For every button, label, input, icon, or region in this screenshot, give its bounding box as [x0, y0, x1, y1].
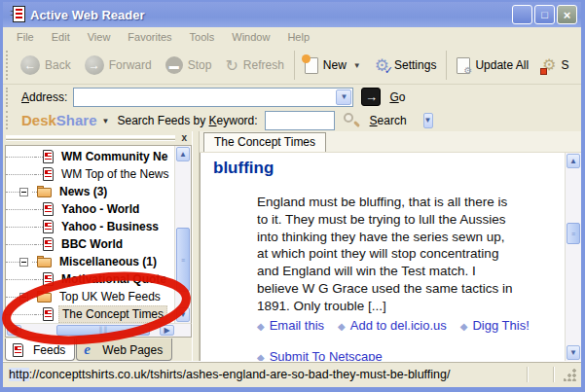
keyword-combobox[interactable]: ▼ [265, 111, 335, 130]
tree-item[interactable]: Yahoo - World [6, 200, 174, 218]
update-all-icon: ⚙ [457, 57, 470, 74]
stop-icon: ▬ [165, 56, 183, 74]
collapse-minus-icon[interactable] [19, 258, 28, 267]
app-icon: →→ [9, 6, 26, 23]
folder-icon [37, 186, 53, 197]
tree-item[interactable]: WM Community Ne [6, 148, 174, 165]
feed-icon [43, 150, 54, 163]
toolbar-grip[interactable] [6, 51, 11, 80]
menu-edit[interactable]: Edit [44, 29, 78, 45]
tree-horizontal-scrollbar[interactable]: ◀ ║║ ▶ [5, 323, 192, 338]
resize-grip[interactable] [564, 368, 577, 381]
tree-vertical-scrollbar[interactable]: ▲ ≡ ▼ [174, 146, 191, 323]
address-bar-grip[interactable] [6, 88, 11, 107]
address-combobox[interactable]: ▼ [73, 88, 353, 107]
tree-scroll-thumb[interactable]: ≡ [176, 228, 190, 292]
content-scroll-thumb[interactable]: ≡ [567, 223, 580, 244]
collapse-minus-icon[interactable] [19, 293, 28, 302]
menu-window[interactable]: Window [224, 29, 277, 45]
minimize-button[interactable]: _ [512, 5, 532, 24]
deskshare-dropdown-icon[interactable]: ▼ [102, 117, 110, 125]
menu-file[interactable]: File [9, 29, 42, 45]
title-bar: →→ Active Web Reader _ □ × [3, 2, 581, 27]
close-button[interactable]: × [557, 5, 577, 24]
schedule-gear-icon: ⚙ [542, 57, 556, 73]
scroll-down-icon[interactable]: ▼ [176, 307, 190, 322]
scroll-right-icon[interactable]: ▶ [160, 325, 174, 336]
article-link-submit-to-netscape[interactable]: ◆Submit To Netscape [257, 349, 383, 361]
address-dropdown-icon[interactable]: ▼ [336, 89, 351, 105]
address-label: Address: [21, 90, 67, 104]
feed-icon [43, 272, 54, 286]
ie-icon: e [84, 343, 97, 357]
status-url: http://concepttshirts.co.uk/tshirts/ashe… [9, 368, 490, 381]
settings-gear-icon: ⚙✓ [375, 57, 389, 74]
article-link-row: ◆Email this◆Add to del.icio.us◆Digg This… [257, 318, 555, 333]
sidebar-tabs: FeedseWeb Pages [3, 338, 192, 361]
article-view: bluffing England must be bluffing, that … [201, 153, 565, 361]
refresh-icon: ↻ [225, 56, 238, 75]
content-vertical-scrollbar[interactable]: ▲ ≡ ▼ [565, 153, 581, 361]
deskshare-bar-grip[interactable] [6, 111, 11, 128]
tree-item[interactable]: BBC World [6, 235, 174, 253]
update-all-button[interactable]: ⚙ Update All [450, 53, 535, 78]
content-tab-bar: The Concept Times [200, 131, 581, 153]
stop-button[interactable]: ▬ Stop [159, 53, 219, 78]
sidebar-tab-feeds[interactable]: Feeds [5, 339, 75, 361]
tree-hscroll-thumb[interactable]: ║║ [56, 325, 150, 336]
back-button[interactable]: ← Back [14, 52, 78, 79]
content-tab-concept-times[interactable]: The Concept Times [203, 132, 326, 152]
tree-item-label: WM Community Ne [58, 149, 170, 164]
settings-button[interactable]: ⚙✓ Settings [368, 53, 444, 78]
schedule-button[interactable]: ⚙ S [535, 53, 575, 77]
collapse-minus-icon[interactable] [19, 188, 28, 196]
menu-favorites[interactable]: Favorites [120, 29, 179, 45]
maximize-button[interactable]: □ [534, 5, 555, 24]
address-input[interactable] [74, 89, 335, 106]
tree-item-label: WM Top of the News [58, 166, 171, 182]
tree-item[interactable]: Miscellaneous (1) [6, 253, 174, 270]
search-magnifier-icon[interactable] [343, 112, 360, 129]
forward-button[interactable]: → Forward [78, 52, 159, 79]
article-link-row: ◆Submit To Netscape [257, 349, 555, 361]
app-window: →→ Active Web Reader _ □ × FileEditViewF… [0, 0, 585, 392]
folder-icon [37, 256, 53, 267]
new-dropdown-arrow-icon[interactable]: ▼ [353, 61, 361, 70]
tree-item[interactable]: News (3) [6, 183, 174, 200]
tree-item[interactable]: Motivational Quote [6, 270, 174, 288]
tree-item[interactable]: The Concept Times [6, 305, 174, 323]
article-link-add-to-del-icio-us[interactable]: ◆Add to del.icio.us [338, 318, 447, 333]
search-feeds-button[interactable]: Search [370, 114, 407, 127]
scroll-up-icon[interactable]: ▲ [176, 147, 190, 161]
menu-view[interactable]: View [80, 29, 119, 45]
deskshare-logo[interactable]: DeskShare [21, 112, 97, 128]
post-paragraph: England must be bluffing, that is all th… [257, 194, 514, 315]
scroll-left-icon[interactable]: ◀ [7, 325, 21, 336]
article-link-digg-this[interactable]: ◆Digg This! [460, 318, 530, 333]
main-toolbar: ← Back → Forward ▬ Stop ↻ Refresh New ▼ [3, 47, 581, 85]
new-button[interactable]: New ▼ [298, 53, 368, 78]
tree-item[interactable]: Yahoo - Business [6, 218, 174, 235]
tree-item[interactable]: Top UK Web Feeds [6, 288, 174, 305]
menu-bar: FileEditViewFavoritesToolsWindowHelp [3, 27, 581, 47]
folder-icon [37, 291, 53, 303]
menu-tools[interactable]: Tools [182, 29, 223, 45]
sidebar-tab-label: Web Pages [102, 343, 163, 357]
scroll-down-icon[interactable]: ▼ [567, 345, 580, 360]
keyword-dropdown-icon[interactable]: ▼ [423, 113, 433, 128]
tree-item-label: BBC World [58, 236, 126, 252]
tree-item-label: News (3) [56, 184, 110, 199]
feed-icon [43, 237, 54, 251]
pane-splitter[interactable] [192, 131, 200, 361]
sidebar-close-icon[interactable]: x [179, 133, 189, 143]
tree-item[interactable]: WM Top of the News [6, 165, 174, 183]
article-link-email-this[interactable]: ◆Email this [257, 318, 324, 333]
menu-help[interactable]: Help [279, 29, 317, 45]
sidebar-tab-web-pages[interactable]: eWeb Pages [76, 339, 172, 361]
scroll-up-icon[interactable]: ▲ [567, 154, 580, 168]
refresh-button[interactable]: ↻ Refresh [218, 53, 290, 79]
sidebar-tab-label: Feeds [33, 343, 65, 357]
tree-item-label: Yahoo - Business [58, 219, 162, 234]
go-button[interactable]: → [361, 88, 381, 106]
sidebar-pane-header[interactable]: x [3, 131, 192, 145]
